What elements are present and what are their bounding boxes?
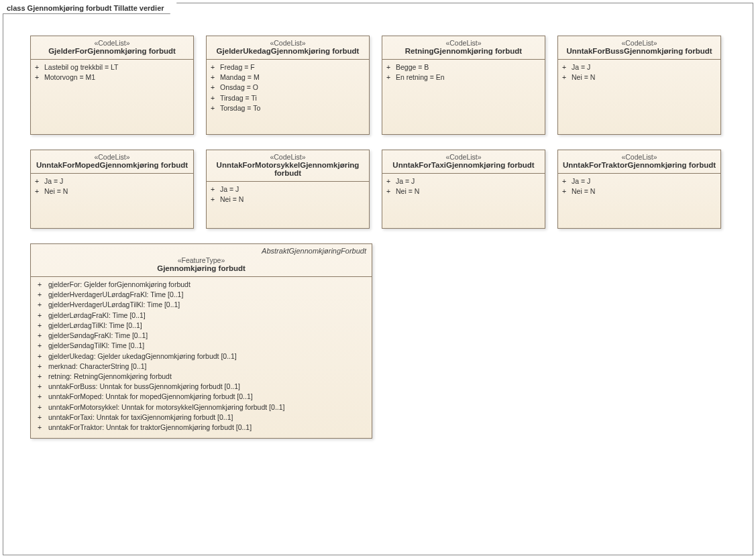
codelist-class-box: «CodeList»UnntakForBussGjennomkjøring fo…	[557, 36, 721, 135]
class-attrs: +Ja = J+Nei = N	[558, 60, 720, 134]
attr-text: Begge = B	[396, 62, 429, 72]
attr-text: Onsdag = O	[220, 82, 258, 93]
visibility-plus: +	[38, 372, 48, 382]
class-stereotype: «CodeList»	[35, 153, 189, 161]
attr-text: Ja = J	[396, 176, 415, 186]
visibility-plus: +	[38, 351, 48, 361]
attr-text: Mandag = M	[220, 72, 260, 82]
codelist-row-1: «CodeList»GjelderForGjennomkjøring forbu…	[3, 36, 753, 135]
attr-text: gjelderUkedag: Gjelder ukedagGjennomkjør…	[48, 351, 237, 361]
attr-row: +gjelderLørdagFraKl: Time [0..1]	[38, 311, 368, 321]
codelist-class-box: «CodeList»GjelderForGjennomkjøring forbu…	[30, 36, 194, 135]
class-stereotype: «CodeList»	[386, 153, 541, 161]
attr-row: +Nei = N	[562, 72, 716, 82]
attr-text: unntakForTaxi: Unntak for taxiGjennomkjø…	[48, 412, 233, 423]
attr-row: +Ja = J	[35, 176, 189, 186]
attr-row: +Nei = N	[386, 186, 541, 197]
attr-text: unntakForMoped: Unntak for mopedGjennomk…	[48, 392, 253, 402]
visibility-plus: +	[38, 382, 48, 392]
codelist-class-box: «CodeList»UnntakForMopedGjennomkjøring f…	[30, 150, 194, 229]
attr-text: unntakForMotorsykkel: Unntak for motorsy…	[48, 402, 284, 412]
attr-text: gjelderHverdagerULørdagFraKl: Time [0..1…	[48, 290, 183, 300]
class-head: «CodeList»UnntakForTaxiGjennomkjøring fo…	[382, 150, 545, 174]
class-attrs: +Ja = J+Nei = N	[382, 174, 545, 228]
visibility-plus: +	[35, 72, 44, 82]
attr-text: merknad: CharacterString [0..1]	[48, 361, 146, 372]
attr-text: gjelderSøndagFraKl: Time [0..1]	[48, 331, 148, 341]
class-attrs: +Ja = J+Nei = N	[558, 174, 720, 228]
attr-row: +gjelderHverdagerULørdagFraKl: Time [0..…	[38, 290, 368, 300]
attr-row: +En retning = En	[386, 72, 541, 82]
attr-text: Torsdag = To	[220, 103, 260, 113]
attr-text: gjelderLørdagTilKl: Time [0..1]	[48, 321, 142, 331]
class-name: UnntakForTraktorGjennomkjøring forbudt	[562, 161, 716, 169]
codelist-class-box: «CodeList»RetningGjennomkjøring forbudt+…	[382, 36, 545, 135]
attr-row: +unntakForMoped: Unntak for mopedGjennom…	[38, 392, 368, 402]
feature-row: AbstraktGjennomkjøringForbudt «FeatureTy…	[3, 243, 753, 439]
visibility-plus: +	[38, 402, 48, 412]
class-attrs: +Ja = J+Nei = N	[31, 174, 193, 228]
attr-text: Ja = J	[572, 176, 590, 186]
visibility-plus: +	[38, 331, 48, 341]
frame-keyword: class	[7, 4, 25, 12]
attr-text: Ja = J	[220, 184, 239, 194]
attr-row: +Ja = J	[211, 184, 365, 194]
attr-row: +Lastebil og trekkbil = LT	[35, 62, 189, 72]
attr-row: +Motorvogn = M1	[35, 72, 189, 82]
attr-text: Tirsdag = Ti	[220, 93, 257, 103]
codelist-class-box: «CodeList»GjelderUkedagGjennomkjøring fo…	[206, 36, 370, 135]
class-head: «CodeList»RetningGjennomkjøring forbudt	[382, 36, 545, 60]
visibility-plus: +	[38, 423, 48, 433]
visibility-plus: +	[562, 186, 572, 197]
visibility-plus: +	[386, 72, 396, 82]
visibility-plus: +	[35, 176, 44, 186]
class-name: UnntakForMopedGjennomkjøring forbudt	[35, 161, 189, 169]
codelist-class-box: «CodeList»UnntakForMotorsykkelGjennomkjø…	[206, 150, 370, 229]
visibility-plus: +	[211, 194, 220, 205]
visibility-plus: +	[562, 72, 572, 82]
codelist-class-box: «CodeList»UnntakForTraktorGjennomkjøring…	[557, 150, 721, 229]
class-head: «CodeList»UnntakForMopedGjennomkjøring f…	[31, 150, 193, 174]
attr-text: gjelderFor: Gjelder forGjennomkjøring fo…	[48, 280, 191, 290]
attr-text: gjelderLørdagFraKl: Time [0..1]	[48, 311, 146, 321]
attr-row: +Fredag = F	[211, 62, 365, 72]
visibility-plus: +	[211, 82, 220, 93]
diagram-frame: class Gjennomkjøring forbudt Tillatte ve…	[3, 3, 753, 555]
attr-text: unntakForTraktor: Unntak for traktorGjen…	[48, 423, 252, 433]
visibility-plus: +	[35, 62, 44, 72]
visibility-plus: +	[386, 176, 396, 186]
visibility-plus: +	[211, 62, 220, 72]
attr-row: +Tirsdag = Ti	[211, 93, 365, 103]
class-name: RetningGjennomkjøring forbudt	[386, 47, 541, 55]
attr-text: Fredag = F	[220, 62, 255, 72]
attr-row: +Ja = J	[562, 176, 716, 186]
attr-text: retning: RetningGjennomkjøring forbudt	[48, 372, 172, 382]
attr-row: +unntakForBuss: Unntak for bussGjennomkj…	[38, 382, 368, 392]
attr-row: +gjelderSøndagTilKl: Time [0..1]	[38, 341, 368, 351]
feature-abstract-ref: AbstraktGjennomkjøringForbudt	[31, 244, 372, 255]
attr-row: +Nei = N	[35, 186, 189, 197]
attr-text: gjelderSøndagTilKl: Time [0..1]	[48, 341, 144, 351]
attr-text: unntakForBuss: Unntak for bussGjennomkjø…	[48, 382, 240, 392]
visibility-plus: +	[35, 186, 44, 197]
class-head: «CodeList»GjelderForGjennomkjøring forbu…	[31, 36, 193, 60]
class-head: «CodeList»UnntakForBussGjennomkjøring fo…	[558, 36, 720, 60]
class-head: «CodeList»UnntakForMotorsykkelGjennomkjø…	[207, 150, 369, 182]
codelist-class-box: «CodeList»UnntakForTaxiGjennomkjøring fo…	[382, 150, 545, 229]
attr-row: +Begge = B	[386, 62, 541, 72]
visibility-plus: +	[38, 311, 48, 321]
attr-text: Nei = N	[44, 186, 68, 197]
attr-row: +unntakForTraktor: Unntak for traktorGje…	[38, 423, 368, 433]
codelist-row-2: «CodeList»UnntakForMopedGjennomkjøring f…	[3, 150, 753, 229]
class-attrs: +Begge = B+En retning = En	[382, 60, 545, 134]
attr-row: +Nei = N	[562, 186, 716, 197]
visibility-plus: +	[562, 176, 572, 186]
class-name: GjelderForGjennomkjøring forbudt	[35, 47, 189, 55]
visibility-plus: +	[562, 62, 572, 72]
visibility-plus: +	[211, 93, 220, 103]
feature-head: «FeatureType» Gjennomkjøring forbudt	[31, 255, 372, 277]
attr-text: Nei = N	[396, 186, 419, 197]
attr-text: Nei = N	[220, 194, 244, 205]
visibility-plus: +	[386, 186, 396, 197]
visibility-plus: +	[38, 290, 48, 300]
